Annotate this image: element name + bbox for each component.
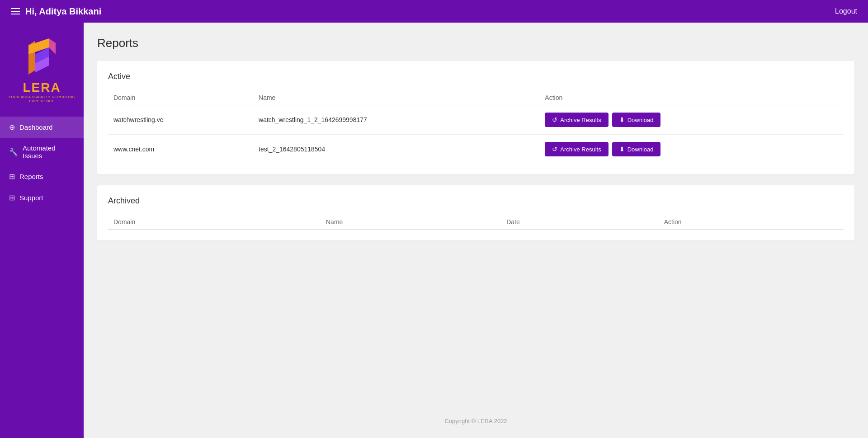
sidebar-item-reports-label: Reports xyxy=(19,173,43,180)
archived-reports-table: Domain Name Date Action xyxy=(108,215,844,230)
wrench-icon: 🔧 xyxy=(9,148,18,156)
main-content: Reports Active Domain Name Action watchw… xyxy=(84,23,868,438)
archive-label: Archive Results xyxy=(560,117,601,123)
active-col-action: Action xyxy=(539,90,844,105)
sidebar-item-dashboard[interactable]: ⊕ Dashboard xyxy=(0,117,84,138)
archive-icon: ↺ xyxy=(552,146,557,153)
archive-label: Archive Results xyxy=(560,146,601,153)
logout-button[interactable]: Logout xyxy=(835,7,857,15)
sidebar-item-support-label: Support xyxy=(19,194,43,202)
active-col-name: Name xyxy=(253,90,539,105)
active-col-domain: Domain xyxy=(108,90,253,105)
archived-col-name: Name xyxy=(321,215,501,230)
download-button[interactable]: ⬇ Download xyxy=(612,142,661,156)
hamburger-icon[interactable] xyxy=(11,8,20,14)
active-row-name: test_2_1642805118504 xyxy=(253,135,539,164)
download-icon: ⬇ xyxy=(619,146,625,153)
active-reports-table: Domain Name Action watchwrestling.vc wat… xyxy=(108,90,844,164)
active-reports-card: Active Domain Name Action watchwrestling… xyxy=(97,61,854,174)
dashboard-icon: ⊕ xyxy=(9,123,15,132)
archived-section-title: Archived xyxy=(108,196,844,206)
archive-results-button[interactable]: ↺ Archive Results xyxy=(545,113,608,127)
archived-col-domain: Domain xyxy=(108,215,321,230)
archive-results-button[interactable]: ↺ Archive Results xyxy=(545,142,608,156)
sidebar-item-dashboard-label: Dashboard xyxy=(19,123,52,131)
sidebar: LERA YOUR ACCESSIBILITY REPORTING EXPERI… xyxy=(0,23,84,438)
header-left: Hi, Aditya Bikkani xyxy=(11,6,101,17)
active-section-title: Active xyxy=(108,72,844,81)
reports-icon: ⊞ xyxy=(9,172,15,181)
active-table-row: watchwrestling.vc watch_wrestling_1_2_16… xyxy=(108,105,844,135)
active-row-domain: www.cnet.com xyxy=(108,135,253,164)
download-button[interactable]: ⬇ Download xyxy=(612,113,661,127)
active-row-name: watch_wrestling_1_2_1642699998177 xyxy=(253,105,539,135)
sidebar-nav: ⊕ Dashboard 🔧 Automated Issues ⊞ Reports… xyxy=(0,117,84,208)
header-greeting: Hi, Aditya Bikkani xyxy=(25,6,101,17)
logo-tagline: YOUR ACCESSIBILITY REPORTING EXPERIENCE xyxy=(0,95,84,103)
sidebar-item-automated-issues[interactable]: 🔧 Automated Issues xyxy=(0,138,84,166)
active-row-action: ↺ Archive Results ⬇ Download xyxy=(539,105,844,135)
page-title: Reports xyxy=(97,36,854,50)
svg-marker-2 xyxy=(49,38,56,54)
layout: LERA YOUR ACCESSIBILITY REPORTING EXPERI… xyxy=(0,23,868,438)
logo-title: LERA xyxy=(23,80,61,95)
sidebar-item-automated-issues-label: Automated Issues xyxy=(23,144,75,160)
archive-icon: ↺ xyxy=(552,116,557,123)
active-table-row: www.cnet.com test_2_1642805118504 ↺ Arch… xyxy=(108,135,844,164)
support-icon: ⊞ xyxy=(9,193,15,202)
archived-col-date: Date xyxy=(501,215,659,230)
download-label: Download xyxy=(627,117,654,123)
archived-col-action: Action xyxy=(659,215,844,230)
download-icon: ⬇ xyxy=(619,116,625,123)
logo-container: LERA YOUR ACCESSIBILITY REPORTING EXPERI… xyxy=(0,32,84,103)
download-label: Download xyxy=(627,146,654,153)
footer-copyright: Copyright © LERA 2022 xyxy=(84,409,868,433)
sidebar-item-support[interactable]: ⊞ Support xyxy=(0,187,84,208)
top-header: Hi, Aditya Bikkani Logout xyxy=(0,0,868,23)
active-row-action: ↺ Archive Results ⬇ Download xyxy=(539,135,844,164)
sidebar-item-reports[interactable]: ⊞ Reports xyxy=(0,166,84,187)
logo-image xyxy=(24,32,60,77)
archived-reports-card: Archived Domain Name Date Action xyxy=(97,185,854,240)
active-row-domain: watchwrestling.vc xyxy=(108,105,253,135)
